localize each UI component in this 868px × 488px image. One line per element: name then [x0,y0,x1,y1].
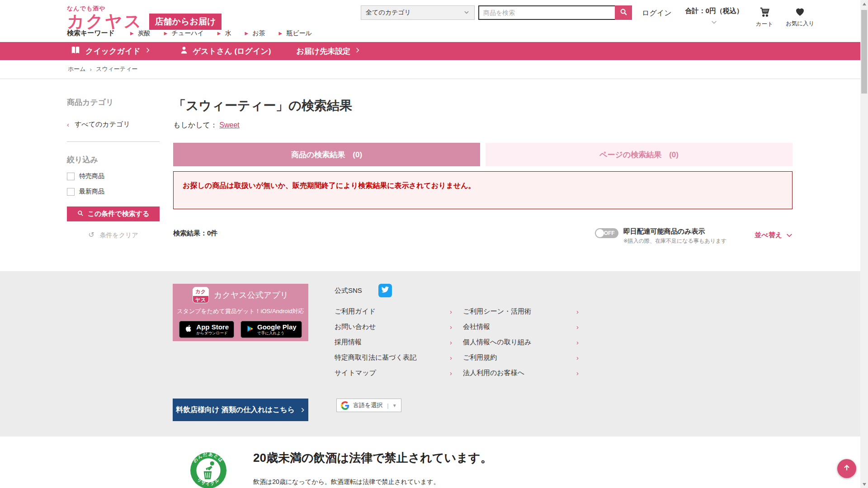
sidebar: 商品カテゴリ ‹ すべてのカテゴリ 絞り込み 特売商品 最新商品 この条件で検索… [67,97,160,245]
same-day-delivery-toggle[interactable]: OFF [595,228,618,238]
divider: | [387,402,388,409]
scrollbar-thumb[interactable] [861,10,867,94]
footer-link-label: お問い合わせ [335,323,376,331]
breadcrumb: ホーム › スウィーティー [0,60,868,79]
logo-block[interactable]: なんでも酒や カクヤス 店舗からお届け [67,5,361,31]
tab-product-results[interactable]: 商品の検索結果 (0) [173,143,480,166]
category-section-title: 商品カテゴリ [67,97,160,108]
sort-label: 並べ替え [755,231,782,239]
keywords-label: 検索キーワード [67,29,115,38]
footer-link-label: ご利用シーン・活用術 [463,307,531,316]
chevron-right-icon: › [576,354,579,361]
footer-link-corporate[interactable]: 法人利用のお客様へ› [463,365,579,380]
filter-section-title: 絞り込み [67,155,160,165]
b2b-wholesale-button[interactable]: 料飲店様向け 酒類の仕入れはこちら [173,399,308,421]
cart-button[interactable]: カート [756,5,773,28]
triangle-icon: ▶ [279,31,283,36]
sort-dropdown[interactable]: 並べ替え [755,227,793,239]
keyword-link[interactable]: ▶ 炭酸 [130,29,151,38]
filter-sale-items[interactable]: 特売商品 [67,172,160,180]
chevron-right-icon: › [576,308,579,315]
result-count: 検索結果：0件 [173,227,217,238]
delivery-setting-link[interactable]: お届け先未設定 [292,46,360,56]
footer-link-label: 特定商取引法に基づく表記 [335,353,416,362]
app-tagline: スタンプをためて賞品ゲット！iOS/Android対応 [177,307,304,315]
sns-label: 公式SNS [335,286,362,295]
cart-label: カート [756,20,773,28]
suggestion-row: もしかして： Sweet [173,121,793,130]
chevron-right-icon: › [450,338,452,346]
all-categories-link[interactable]: ‹ すべてのカテゴリ [67,120,160,129]
tab-page-results[interactable]: ページの検索結果 (0) [486,143,793,166]
language-selector[interactable]: 言語を選択 | ▼ [336,399,401,412]
suggestion-link[interactable]: Sweet [219,121,239,129]
footer-link-guide[interactable]: ご利用ガイド› [335,304,452,319]
login-link[interactable]: ログイン [642,5,672,18]
footer-link-company[interactable]: 会社情報› [463,319,579,334]
chevron-right-icon: › [576,369,579,377]
legal-notice: のんだあとは リサイクル 20歳未満の飲酒は法律で禁止されています。 飲酒は20… [0,436,868,488]
apply-filters-button[interactable]: この条件で検索する [67,206,160,221]
undo-icon: ↺ [88,231,94,239]
breadcrumb-home-link[interactable]: ホーム [68,65,86,73]
keyword-link[interactable]: ▶ チューハイ [164,29,204,38]
toggle-note: ※購入の際、在庫不足になる事もあります [623,237,727,245]
chevron-right-icon: › [576,338,579,346]
sidebar-divider [67,141,160,142]
app-store-sublabel: からダウンロード [196,331,229,335]
footer-link-label: 個人情報への取り組み [463,338,531,347]
checkbox[interactable] [67,173,75,180]
footer-link-tokushoho[interactable]: 特定商取引法に基づく表記› [335,350,452,365]
scrollbar-arrow-up[interactable] [860,0,868,8]
breadcrumb-separator: › [90,66,92,73]
search-button[interactable] [615,5,632,20]
app-store-badge[interactable]: App Store からダウンロード [179,321,234,338]
favorites-button[interactable]: お気に入り [786,5,814,28]
category-select[interactable]: 全てのカテゴリ [361,5,475,20]
footer-link-label: サイトマップ [335,369,376,377]
app-store-label: App Store [196,324,229,331]
keyword-link[interactable]: ▶ 水 [217,29,231,38]
filter-new-items[interactable]: 最新商品 [67,188,160,196]
footer-link-contact[interactable]: お問い合わせ› [335,319,452,334]
page-title: 「スウィーティー」の検索結果 [173,97,793,114]
twitter-link[interactable] [378,284,392,297]
b2b-label: 料飲店様向け 酒類の仕入れはこちら [176,405,295,415]
empty-results-message: お探しの商品は取扱いが無いか、販売期間終了により検索結果に表示されておりません。 [173,171,793,209]
chevron-down-icon [463,9,470,17]
footer-link-label: 会社情報 [463,323,490,331]
triangle-icon: ▶ [130,31,134,36]
app-icon-text-top: カク [193,287,208,296]
scroll-to-top-button[interactable] [837,459,856,478]
chevron-down-icon [685,18,743,26]
footer-link-privacy[interactable]: 個人情報への取り組み› [463,334,579,350]
person-icon [179,46,189,56]
apply-filters-label: この条件で検索する [88,210,150,218]
clear-filters-button[interactable]: ↺ 条件をクリア [67,230,160,239]
quick-guide-link[interactable]: クイックガイド [70,45,151,57]
chevron-right-icon: › [576,323,579,331]
quick-guide-label: クイックガイド [85,46,141,56]
triangle-icon: ▶ [217,31,221,36]
checkbox[interactable] [67,188,75,196]
footer-link-recruit[interactable]: 採用情報› [335,334,452,350]
footer-link-terms[interactable]: ご利用規約› [463,350,579,365]
cart-total-dropdown[interactable]: 合計：0円（税込） [685,5,743,26]
scrollbar[interactable] [860,0,868,488]
kakuyasu-app-icon: カク ヤス [193,287,209,303]
category-select-value: 全てのカテゴリ [366,9,411,17]
guest-login-link[interactable]: ゲストさん (ログイン) [179,46,276,56]
scrollbar-arrow-down[interactable] [860,480,868,488]
footer-link-sitemap[interactable]: サイトマップ› [335,365,452,380]
footer-link-scenes[interactable]: ご利用シーン・活用術› [463,304,579,319]
search-input[interactable] [478,5,615,20]
triangle-icon: ▶ [164,31,168,36]
keyword-link[interactable]: ▶ 瓶ビール [279,29,312,38]
app-promo-box: カク ヤス カクヤス公式アプリ スタンプをためて賞品ゲット！iOS/Androi… [173,284,308,341]
google-play-badge[interactable]: Google Play で手に入れよう [241,321,302,338]
footer: カク ヤス カクヤス公式アプリ スタンプをためて賞品ゲット！iOS/Androi… [0,271,868,436]
keyword-link[interactable]: ▶ お茶 [245,29,265,38]
keyword-label: 炭酸 [138,29,151,38]
cart-total: 合計：0円（税込） [685,7,743,15]
site-logo[interactable]: なんでも酒や カクヤス [67,5,143,31]
